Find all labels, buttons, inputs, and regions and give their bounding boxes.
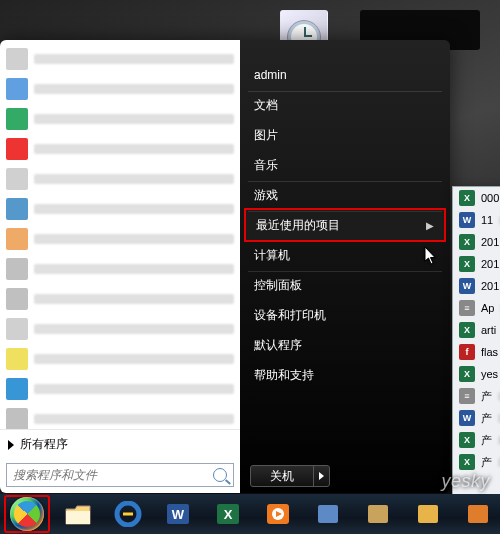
pinned-program-item[interactable]	[0, 404, 240, 429]
right-pane-item[interactable]: 默认程序	[240, 330, 450, 360]
svg-rect-0	[66, 511, 90, 524]
explorer-icon	[64, 501, 92, 527]
pinned-program-item[interactable]	[0, 374, 240, 404]
ie-icon	[114, 501, 142, 527]
right-pane-label: 计算机	[254, 247, 290, 264]
pinned-program-item[interactable]	[0, 224, 240, 254]
xls-file-icon: X	[459, 366, 475, 382]
right-pane-item[interactable]: 游戏	[240, 180, 450, 210]
xls-file-icon: X	[459, 454, 475, 470]
shutdown-label: 关机	[251, 468, 313, 485]
pinned-program-item[interactable]	[0, 164, 240, 194]
xls-file-icon: X	[459, 432, 475, 448]
recent-item[interactable]: fflas	[453, 341, 500, 363]
recent-item[interactable]: W产	[453, 407, 500, 429]
chevron-right-icon	[319, 472, 324, 480]
recent-item[interactable]: ≡产	[453, 385, 500, 407]
right-pane-item[interactable]: admin	[240, 60, 450, 90]
right-pane-label: 游戏	[254, 187, 278, 204]
right-pane-item[interactable]: 最近使用的项目▶	[240, 210, 450, 240]
right-pane-label: 文档	[254, 97, 278, 114]
shutdown-options-button[interactable]	[313, 466, 329, 486]
program-icon	[6, 318, 28, 340]
recent-item[interactable]: ≡Ap	[453, 297, 500, 319]
right-pane-item[interactable]: 控制面板	[240, 270, 450, 300]
recent-item[interactable]: Xarti	[453, 319, 500, 341]
pinned-program-item[interactable]	[0, 134, 240, 164]
recent-item-prefix: 11	[481, 214, 493, 226]
recent-item[interactable]: X201	[453, 253, 500, 275]
doc-file-icon: W	[459, 278, 475, 294]
taskbar-button-excel[interactable]: X	[206, 497, 250, 531]
recent-item[interactable]: X产	[453, 429, 500, 451]
right-pane-item[interactable]: 音乐	[240, 150, 450, 180]
start-menu: 所有程序 admin文档图片音乐游戏最近使用的项目▶计算机控制面板设备和打印机默…	[0, 40, 450, 493]
recent-item-prefix: arti	[481, 324, 496, 336]
right-pane-item[interactable]: 文档	[240, 90, 450, 120]
right-pane-item[interactable]: 帮助和支持	[240, 360, 450, 390]
program-label-blurred	[34, 354, 234, 364]
app1-icon	[314, 501, 342, 527]
taskbar-button-app3[interactable]	[406, 497, 450, 531]
pinned-program-item[interactable]	[0, 104, 240, 134]
shutdown-button[interactable]: 关机	[250, 465, 330, 487]
taskbar-button-app4[interactable]	[456, 497, 500, 531]
taskbar-button-word[interactable]: W	[156, 497, 200, 531]
right-pane-label: 图片	[254, 127, 278, 144]
svg-rect-9	[368, 505, 388, 523]
taskbar-button-app2[interactable]	[356, 497, 400, 531]
xls-file-icon: X	[459, 234, 475, 250]
program-icon	[6, 258, 28, 280]
pinned-program-item[interactable]	[0, 254, 240, 284]
pinned-program-item[interactable]	[0, 314, 240, 344]
fla-file-icon: f	[459, 344, 475, 360]
svg-rect-8	[318, 505, 338, 523]
taskbar: WX	[0, 494, 500, 534]
program-icon	[6, 408, 28, 429]
search-icon	[213, 468, 227, 482]
svg-rect-10	[418, 505, 438, 523]
recent-item-prefix: 000	[481, 192, 499, 204]
search-box[interactable]	[6, 463, 234, 487]
recent-item-prefix: 201	[481, 280, 499, 292]
program-label-blurred	[34, 294, 234, 304]
right-pane-item[interactable]: 图片	[240, 120, 450, 150]
pinned-program-item[interactable]	[0, 44, 240, 74]
right-pane-item[interactable]: 计算机	[240, 240, 450, 270]
start-button[interactable]	[10, 497, 44, 531]
taskbar-button-explorer[interactable]	[56, 497, 100, 531]
program-icon	[6, 168, 28, 190]
program-icon	[6, 78, 28, 100]
program-label-blurred	[34, 114, 234, 124]
svg-text:X: X	[224, 507, 233, 522]
pinned-programs-list	[0, 40, 240, 429]
all-programs-button[interactable]: 所有程序	[0, 429, 240, 459]
recent-item[interactable]: Xyes	[453, 363, 500, 385]
all-programs-label: 所有程序	[20, 436, 68, 453]
word-icon: W	[164, 501, 192, 527]
recent-item-prefix: 产	[481, 455, 492, 470]
pinned-program-item[interactable]	[0, 284, 240, 314]
recent-item[interactable]: X000	[453, 187, 500, 209]
recent-item[interactable]: W11	[453, 209, 500, 231]
pinned-program-item[interactable]	[0, 194, 240, 224]
taskbar-button-mediaplayer[interactable]	[256, 497, 300, 531]
right-pane-label: admin	[254, 68, 287, 82]
recent-item[interactable]: W201	[453, 275, 500, 297]
app3-icon	[414, 501, 442, 527]
program-label-blurred	[34, 144, 234, 154]
pinned-program-item[interactable]	[0, 344, 240, 374]
pinned-program-item[interactable]	[0, 74, 240, 104]
arrow-right-icon	[8, 440, 14, 450]
recent-item[interactable]: X产	[453, 451, 500, 473]
search-input[interactable]	[13, 468, 207, 482]
excel-icon: X	[214, 501, 242, 527]
right-pane-label: 最近使用的项目	[256, 217, 340, 234]
taskbar-button-ie[interactable]	[106, 497, 150, 531]
recent-item[interactable]: X201	[453, 231, 500, 253]
watermark: yesky	[441, 471, 490, 492]
program-icon	[6, 288, 28, 310]
right-pane-item[interactable]: 设备和打印机	[240, 300, 450, 330]
recent-items-highlight[interactable]: 最近使用的项目▶	[244, 208, 446, 242]
taskbar-button-app1[interactable]	[306, 497, 350, 531]
